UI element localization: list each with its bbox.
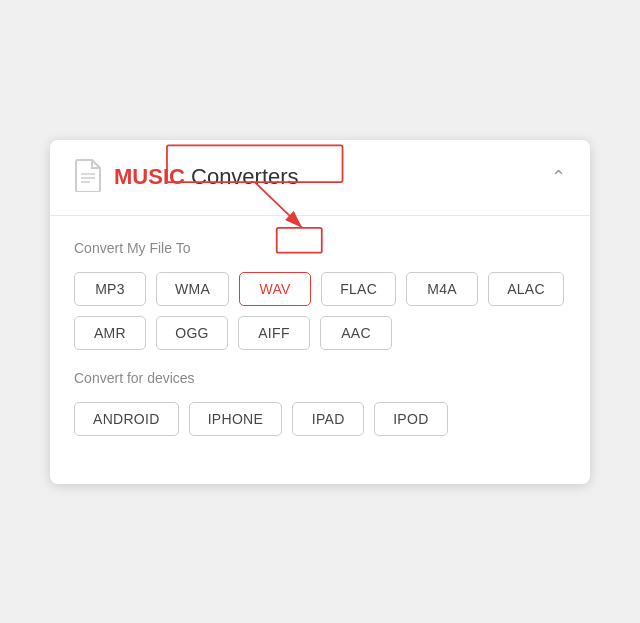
format-btn-mp3[interactable]: MP3	[74, 272, 146, 306]
format-btn-m4a[interactable]: M4A	[406, 272, 478, 306]
devices-format-grid: ANDROID IPHONE IPAD IPOD	[74, 402, 566, 436]
format-btn-ipad[interactable]: IPAD	[292, 402, 364, 436]
file-icon	[74, 158, 102, 197]
format-btn-ogg[interactable]: OGG	[156, 316, 228, 350]
format-btn-iphone[interactable]: IPHONE	[189, 402, 282, 436]
music-label: MUSIC	[114, 164, 185, 189]
format-btn-flac[interactable]: FLAC	[321, 272, 396, 306]
collapse-button[interactable]: ⌃	[551, 166, 566, 188]
section-label-file: Convert My File To	[74, 240, 566, 256]
converters-label: Converters	[185, 164, 299, 189]
format-btn-android[interactable]: ANDROID	[74, 402, 179, 436]
file-format-grid: MP3 WMA WAV FLAC M4A ALAC AMR OGG AIFF A…	[74, 272, 566, 350]
format-btn-aac[interactable]: AAC	[320, 316, 392, 350]
format-btn-ipod[interactable]: IPOD	[374, 402, 447, 436]
music-converters-card: MUSIC Converters ⌃ Convert My File To MP…	[50, 140, 590, 484]
format-btn-amr[interactable]: AMR	[74, 316, 146, 350]
card-header: MUSIC Converters ⌃	[50, 140, 590, 216]
card-body: Convert My File To MP3 WMA WAV FLAC M4A …	[50, 216, 590, 484]
header-title: MUSIC Converters	[114, 164, 299, 190]
header-left: MUSIC Converters	[74, 158, 299, 197]
format-btn-aiff[interactable]: AIFF	[238, 316, 310, 350]
format-btn-wav[interactable]: WAV	[239, 272, 311, 306]
section-label-devices: Convert for devices	[74, 370, 566, 386]
format-btn-alac[interactable]: ALAC	[488, 272, 564, 306]
format-btn-wma[interactable]: WMA	[156, 272, 229, 306]
